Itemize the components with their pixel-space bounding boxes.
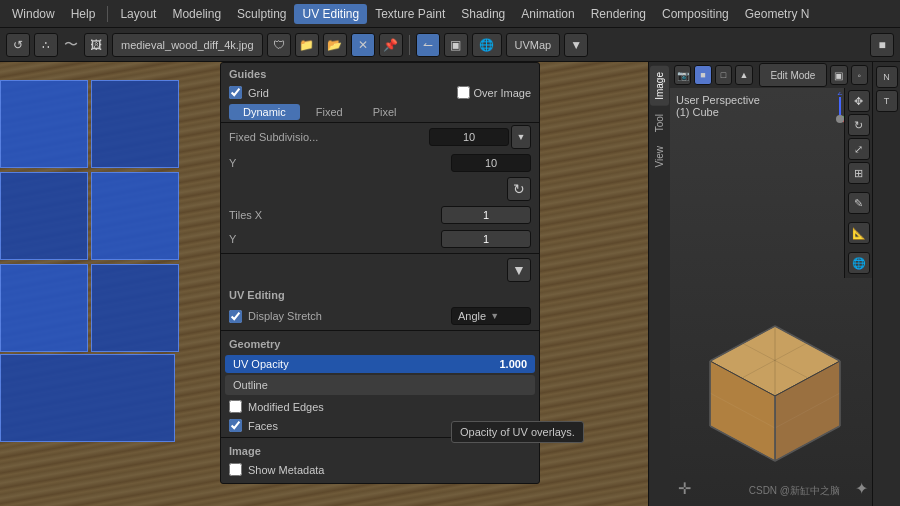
uv-opacity-row[interactable]: UV Opacity 1.000 xyxy=(225,355,535,373)
sep-2 xyxy=(221,330,539,331)
svg-point-6 xyxy=(836,115,844,123)
y-label-1: Y xyxy=(229,157,451,169)
over-image-label: Over Image xyxy=(474,87,531,99)
over-image-checkbox[interactable] xyxy=(457,86,470,99)
sep1 xyxy=(409,35,410,55)
dropdown-value: Angle xyxy=(458,310,486,322)
uv-editor: Guides Grid Over Image Dynamic Fixed Pix… xyxy=(0,62,670,506)
tab-pixel[interactable]: Pixel xyxy=(359,104,411,120)
folder2-icon[interactable]: 📂 xyxy=(323,33,347,57)
uv-globe-btn[interactable]: 🌐 xyxy=(472,33,502,57)
extra-btn[interactable]: ▼ xyxy=(507,258,531,282)
mode-select[interactable]: Edit Mode xyxy=(759,63,828,87)
uv-square-1 xyxy=(0,80,88,168)
vtab-tool[interactable]: Tool xyxy=(650,108,669,138)
uvmap-label: UVMap xyxy=(506,33,561,57)
overlay-btn[interactable]: ■ xyxy=(870,33,894,57)
view-tool-btn[interactable]: 🌐 xyxy=(848,252,870,274)
nav-forward-btn[interactable]: ∴ xyxy=(34,33,58,57)
refresh-btn[interactable]: ↻ xyxy=(507,177,531,201)
right-3d-panel: 📷 ■ □ ▲ Edit Mode ▣ ◦ User Perspective (… xyxy=(670,62,900,506)
menu-sculpting[interactable]: Sculpting xyxy=(229,4,294,24)
menu-uv-editing[interactable]: UV Editing xyxy=(294,4,367,24)
tiles-x-value[interactable]: 1 xyxy=(441,206,531,224)
menu-compositing[interactable]: Compositing xyxy=(654,4,737,24)
show-metadata-row: Show Metadata xyxy=(221,460,539,479)
display-stretch-checkbox[interactable] xyxy=(229,310,242,323)
show-metadata-checkbox[interactable] xyxy=(229,463,242,476)
uv-square-4 xyxy=(91,172,179,260)
uv-sync-btn[interactable]: ↼ xyxy=(416,33,440,57)
grid-row: Grid Over Image xyxy=(221,83,539,102)
viewport-3d: 📷 ■ □ ▲ Edit Mode ▣ ◦ User Perspective (… xyxy=(670,62,872,506)
folder-icon[interactable]: 📁 xyxy=(295,33,319,57)
viewport-face-icon[interactable]: ▲ xyxy=(735,65,752,85)
cube-label: (1) Cube xyxy=(676,106,719,118)
y-value-2[interactable]: 1 xyxy=(441,230,531,248)
menu-modeling[interactable]: Modeling xyxy=(164,4,229,24)
t-panel-icon[interactable]: T xyxy=(876,90,898,112)
tab-fixed[interactable]: Fixed xyxy=(302,104,357,120)
transform-tool-btn[interactable]: ⊞ xyxy=(848,162,870,184)
uv-opacity-value: 1.000 xyxy=(499,358,527,370)
menu-shading[interactable]: Shading xyxy=(453,4,513,24)
viewport-vertex-icon[interactable]: ■ xyxy=(694,65,711,85)
uv-square-3 xyxy=(0,172,88,260)
menu-geometry-nodes[interactable]: Geometry N xyxy=(737,4,818,24)
rotate-tool-btn[interactable]: ↻ xyxy=(848,114,870,136)
file-icon[interactable]: 🖼 xyxy=(84,33,108,57)
menu-bar: Window Help Layout Modeling Sculpting UV… xyxy=(0,0,900,28)
uv-vtabs: Image Tool View xyxy=(648,62,670,506)
overlay-vp-btn[interactable]: ▣ xyxy=(830,65,847,85)
uv-dropdown-btn[interactable]: ▼ xyxy=(564,33,588,57)
sidebar-icons: ⊕ ✥ ↻ ⤢ ⊞ ✎ 📐 🌐 xyxy=(844,62,872,278)
uv-select-btn[interactable]: ▣ xyxy=(444,33,468,57)
menu-animation[interactable]: Animation xyxy=(513,4,582,24)
menu-window[interactable]: Window xyxy=(4,4,63,24)
panel-overlay: Guides Grid Over Image Dynamic Fixed Pix… xyxy=(220,62,540,484)
viewport-edge-icon[interactable]: □ xyxy=(715,65,732,85)
menu-texture-paint[interactable]: Texture Paint xyxy=(367,4,453,24)
menu-help[interactable]: Help xyxy=(63,4,104,24)
fixed-subdiv-value[interactable]: 10 xyxy=(429,128,509,146)
vtab-view[interactable]: View xyxy=(650,140,669,174)
material-btn[interactable]: ◦ xyxy=(851,65,868,85)
measure-tool-btn[interactable]: 📐 xyxy=(848,222,870,244)
compass-icon: ✦ xyxy=(855,479,868,498)
tooltip: Opacity of UV overlays. xyxy=(451,421,584,443)
menu-layout[interactable]: Layout xyxy=(112,4,164,24)
uv-square-7 xyxy=(0,354,175,442)
uv-opacity-label: UV Opacity xyxy=(233,358,499,370)
guides-header: Guides xyxy=(221,63,539,83)
transform-gizmo: ✛ xyxy=(678,479,691,498)
uv-square-2 xyxy=(91,80,179,168)
sep-1 xyxy=(221,253,539,254)
3d-box xyxy=(690,306,860,476)
move-tool-btn[interactable]: ✥ xyxy=(848,90,870,112)
vtab-image[interactable]: Image xyxy=(650,66,669,106)
toolbar: ↺ ∴ 〜 🖼 medieval_wood_diff_4k.jpg 🛡 📁 📂 … xyxy=(0,28,900,62)
viewport-camera-icon[interactable]: 📷 xyxy=(674,65,691,85)
geometry-header: Geometry xyxy=(221,333,539,353)
subdiv-dropdown[interactable]: ▼ xyxy=(511,125,531,149)
tab-dynamic[interactable]: Dynamic xyxy=(229,104,300,120)
n-panel-icon[interactable]: N xyxy=(876,66,898,88)
modified-edges-row: Modified Edges xyxy=(221,397,539,416)
modified-edges-checkbox[interactable] xyxy=(229,400,242,413)
outline-label: Outline xyxy=(233,379,268,391)
y-row-2: Y 1 xyxy=(221,227,539,251)
scale-tool-btn[interactable]: ⤢ xyxy=(848,138,870,160)
nav-back-btn[interactable]: ↺ xyxy=(6,33,30,57)
close-file-btn[interactable]: ✕ xyxy=(351,33,375,57)
annotate-tool-btn[interactable]: ✎ xyxy=(848,192,870,214)
pin-icon[interactable]: 📌 xyxy=(379,33,403,57)
grid-checkbox[interactable] xyxy=(229,86,242,99)
y-value-1[interactable]: 10 xyxy=(451,154,531,172)
display-stretch-label: Display Stretch xyxy=(248,310,451,322)
display-stretch-dropdown[interactable]: Angle ▼ xyxy=(451,307,531,325)
user-perspective-text: User Perspective xyxy=(676,94,760,106)
y-row-1: Y 10 xyxy=(221,151,539,175)
far-right-strip: N T xyxy=(872,62,900,506)
faces-checkbox[interactable] xyxy=(229,419,242,432)
menu-rendering[interactable]: Rendering xyxy=(583,4,654,24)
